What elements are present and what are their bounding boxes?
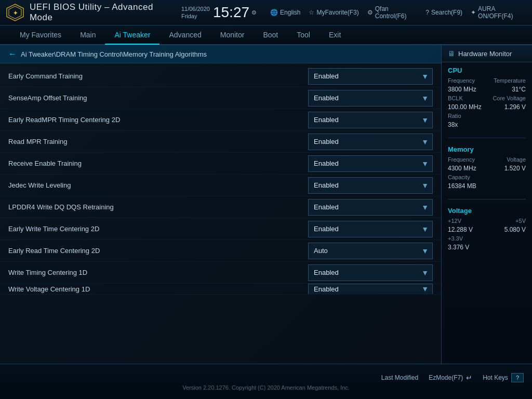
globe-icon: 🌐 <box>270 9 278 16</box>
header-right: 11/06/2020 Friday 15:27 ⚙ 🌐 English ☆ M <box>181 4 527 21</box>
breadcrumb-text: Ai Tweaker\DRAM Timing Control\Memory Tr… <box>21 50 207 58</box>
cpu-bclk-label: BCLK <box>448 95 463 101</box>
main-panel: ← Ai Tweaker\DRAM Timing Control\Memory … <box>0 45 441 364</box>
hw-monitor-title: Hardware Monitor <box>458 50 512 58</box>
nav-my-favorites[interactable]: My Favorites <box>10 25 71 45</box>
setting-row: Early Command Training Enabled Disabled … <box>0 65 441 87</box>
svg-text:✦: ✦ <box>13 10 18 16</box>
cpu-freq-row: Frequency Temperature <box>448 77 526 84</box>
hot-keys-label: Hot Keys <box>483 374 508 381</box>
settings-icon[interactable]: ⚙ <box>251 9 257 16</box>
setting-label: Early Command Training <box>8 72 308 80</box>
setting-label: Jedec Write Leveling <box>8 181 308 189</box>
nav-boot[interactable]: Boot <box>254 25 287 45</box>
hw-monitor-header: 🖥 Hardware Monitor <box>442 45 532 62</box>
setting-control: Enabled Disabled ▼ <box>308 112 433 128</box>
footer: Last Modified EzMode(F7) ↵ Hot Keys ? Ve… <box>0 364 532 399</box>
setting-control: Enabled Disabled ▼ <box>308 90 433 107</box>
day-display: Friday <box>181 13 197 19</box>
mem-freq-row: Frequency Voltage <box>448 156 526 163</box>
search-icon: ? <box>425 9 429 16</box>
ez-mode-button[interactable]: EzMode(F7) ↵ <box>429 374 472 382</box>
write-timing-centering-dropdown[interactable]: Enabled Disabled <box>308 264 433 281</box>
setting-label: Write Timing Centering 1D <box>8 269 308 276</box>
cpu-bclk-row: BCLK Core Voltage <box>448 95 526 101</box>
mem-capacity-label: Capacity <box>448 174 470 180</box>
cpu-section: CPU Frequency Temperature 3800 MHz 31°C … <box>442 62 532 135</box>
nav-main[interactable]: Main <box>71 25 105 45</box>
write-voltage-centering-dropdown[interactable]: Enabled <box>308 284 433 295</box>
nav-monitor[interactable]: Monitor <box>211 25 254 45</box>
setting-control: Enabled Disabled ▼ <box>308 68 433 85</box>
qfan-tool[interactable]: ⚙ Qfan Control(F6) <box>367 5 418 20</box>
nav-tool[interactable]: Tool <box>287 25 320 45</box>
mem-freq-label: Frequency <box>448 156 475 163</box>
asus-logo: ✦ <box>5 2 25 23</box>
language-tool[interactable]: 🌐 English <box>270 9 300 16</box>
time-area: 15:27 ⚙ <box>213 4 257 21</box>
aura-tool[interactable]: ✦ AURA ON/OFF(F4) <box>471 5 527 20</box>
lpddr4-write-dq-dropdown[interactable]: Enabled Disabled <box>308 199 433 216</box>
nav-advanced[interactable]: Advanced <box>159 25 210 45</box>
v33-row: +3.3V <box>448 235 526 242</box>
hot-keys-button[interactable]: Hot Keys ? <box>483 373 524 382</box>
hardware-monitor-panel: 🖥 Hardware Monitor CPU Frequency Tempera… <box>441 45 532 364</box>
hot-keys-box: ? <box>511 373 524 382</box>
cpu-ratio-value: 38x <box>448 121 458 128</box>
setting-label: LPDDR4 Write DQ DQS Retraining <box>8 203 308 211</box>
early-readmpr-timing-dropdown[interactable]: Enabled Disabled <box>308 112 433 128</box>
v5-value: 5.080 V <box>504 226 526 233</box>
cpu-core-voltage-label: Core Voltage <box>493 95 526 101</box>
breadcrumb: ← Ai Tweaker\DRAM Timing Control\Memory … <box>0 45 441 63</box>
cpu-core-voltage-value: 1.296 V <box>504 103 526 111</box>
setting-row: Write Timing Centering 1D Enabled Disabl… <box>0 262 441 284</box>
nav-exit[interactable]: Exit <box>320 25 350 45</box>
jedec-write-leveling-dropdown[interactable]: Enabled Disabled <box>308 177 433 194</box>
ez-mode-arrow-icon: ↵ <box>466 374 472 382</box>
early-command-training-dropdown[interactable]: Enabled Disabled <box>308 68 433 85</box>
cpu-freq-label: Frequency <box>448 77 475 84</box>
fan-icon: ⚙ <box>367 9 373 16</box>
logo-area: ✦ UEFI BIOS Utility – Advanced Mode <box>5 2 175 23</box>
v5-label: +5V <box>515 218 526 224</box>
mem-voltage-label: Voltage <box>507 156 526 163</box>
setting-row: SenseAmp Offset Training Enabled Disable… <box>0 87 441 109</box>
search-tool[interactable]: ? Search(F9) <box>425 9 462 16</box>
app-title: UEFI BIOS Utility – Advanced Mode <box>30 2 175 23</box>
v33-value: 3.376 V <box>448 244 469 251</box>
mem-capacity-val-row: 16384 MB <box>448 182 526 190</box>
setting-label: Read MPR Training <box>8 138 308 145</box>
last-modified-button[interactable]: Last Modified <box>381 374 418 381</box>
v33-val-row: 3.376 V <box>448 244 526 251</box>
header: ✦ UEFI BIOS Utility – Advanced Mode 11/0… <box>0 0 532 25</box>
mem-capacity-value: 16384 MB <box>448 182 476 190</box>
cpu-memory-divider <box>448 138 526 138</box>
navbar: My Favorites Main Ai Tweaker Advanced Mo… <box>0 25 532 45</box>
setting-control-partial: Enabled ▼ <box>308 284 433 295</box>
myfavorite-tool[interactable]: ☆ MyFavorite(F3) <box>309 9 358 16</box>
settings-list: Early Command Training Enabled Disabled … <box>0 63 441 297</box>
setting-control: Enabled Disabled ▼ <box>308 134 433 150</box>
monitor-icon: 🖥 <box>448 49 455 58</box>
v12-value: 12.288 V <box>448 226 473 233</box>
setting-label: Early Read Time Centering 2D <box>8 247 308 255</box>
cpu-temp-value: 31°C <box>512 86 526 93</box>
setting-control: Enabled Disabled ▼ <box>308 177 433 194</box>
setting-row: Receive Enable Training Enabled Disabled… <box>0 153 441 175</box>
setting-control: Enabled Disabled ▼ <box>308 199 433 216</box>
senseamp-offset-training-dropdown[interactable]: Enabled Disabled <box>308 90 433 107</box>
early-write-time-dropdown[interactable]: Enabled Disabled <box>308 221 433 237</box>
setting-label: Early ReadMPR Timing Centering 2D <box>8 116 308 124</box>
back-arrow-icon[interactable]: ← <box>8 49 17 59</box>
setting-row: LPDDR4 Write DQ DQS Retraining Enabled D… <box>0 196 441 218</box>
nav-ai-tweaker[interactable]: Ai Tweaker <box>105 25 159 45</box>
cpu-section-title: CPU <box>448 66 526 74</box>
early-read-time-dropdown[interactable]: Auto Enabled Disabled <box>308 243 433 259</box>
date-display: 11/06/2020 <box>181 6 210 12</box>
last-modified-label: Last Modified <box>381 374 418 381</box>
setting-control: Auto Enabled Disabled ▼ <box>308 243 433 259</box>
read-mpr-training-dropdown[interactable]: Enabled Disabled <box>308 134 433 150</box>
cpu-ratio-val-row: 38x <box>448 121 526 128</box>
cpu-freq-val-row: 3800 MHz 31°C <box>448 86 526 93</box>
receive-enable-training-dropdown[interactable]: Enabled Disabled <box>308 155 433 172</box>
